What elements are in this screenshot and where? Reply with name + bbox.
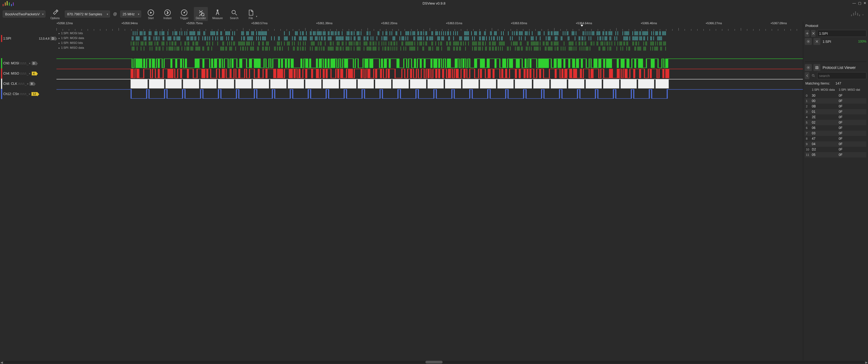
scroll-right-icon[interactable]: ▶ bbox=[865, 361, 867, 364]
svg-point-3 bbox=[184, 12, 184, 13]
remove-decoder-button[interactable] bbox=[811, 30, 815, 37]
list-row[interactable]: 7030F bbox=[805, 131, 866, 136]
channel-waveform[interactable] bbox=[57, 79, 803, 89]
trigger-label: Trigger bbox=[180, 17, 188, 20]
matching-items-count: 147 bbox=[835, 81, 841, 85]
save-list-button[interactable] bbox=[813, 64, 820, 71]
chevron-down-icon: ▾ bbox=[862, 13, 864, 16]
matching-items-label: Matching Items: bbox=[805, 81, 830, 85]
list-row[interactable]: 11050F bbox=[805, 152, 866, 158]
list-row[interactable]: 10D20F bbox=[805, 147, 866, 152]
list-row[interactable]: 20B0F bbox=[805, 104, 866, 109]
time-tick: +5363.83ms bbox=[511, 22, 527, 25]
gauge-icon bbox=[181, 9, 188, 17]
back-button[interactable] bbox=[805, 72, 809, 79]
time-tick: +5359.75ms bbox=[186, 22, 203, 25]
dna-icon bbox=[197, 9, 204, 17]
samplerate-dropdown[interactable]: 25 MHz bbox=[120, 10, 141, 18]
cursor-marker[interactable] bbox=[581, 25, 583, 27]
time-tick: +5363.01ms bbox=[446, 22, 462, 25]
decoder-channels: 12,0,4,8 bbox=[39, 37, 50, 40]
decoder-tag: D bbox=[51, 37, 55, 40]
channel-label[interactable]: Ch0: MOSI bbox=[3, 61, 19, 65]
options-button[interactable]: Options bbox=[48, 7, 62, 21]
scroll-left-icon[interactable]: ◀ bbox=[1, 361, 3, 364]
svg-point-10 bbox=[812, 74, 814, 76]
titlebar: DSView v0.9.8 — ▢ ✕ bbox=[0, 0, 868, 6]
list-row[interactable]: 3010F bbox=[805, 109, 866, 114]
trigger-edge-icons[interactable]: ⎍⎍⎍_⨯ bbox=[18, 82, 29, 86]
time-tick: +5358.94ms bbox=[121, 22, 138, 25]
channel-number: 8 bbox=[30, 82, 34, 86]
minimize-button[interactable]: — bbox=[852, 1, 856, 5]
time-ruler[interactable]: +5358.12ms+5358.94ms+5359.75ms+5360.57ms… bbox=[0, 22, 803, 31]
samplerate-label: 25 MHz bbox=[123, 12, 135, 16]
channel-number: 12 bbox=[31, 92, 37, 96]
decoder-settings-button[interactable] bbox=[805, 38, 812, 45]
start-button[interactable]: Start bbox=[144, 7, 158, 21]
channel-waveform[interactable] bbox=[57, 89, 803, 99]
list-row[interactable]: 6060F bbox=[805, 125, 866, 131]
add-decoder-button[interactable] bbox=[805, 30, 809, 37]
channel-waveform[interactable] bbox=[57, 68, 803, 79]
search-icon bbox=[231, 9, 238, 17]
session-file-label: BootAndTwoPacketsV bbox=[5, 12, 40, 16]
play-circle-icon bbox=[147, 9, 154, 17]
horizontal-scrollbar[interactable]: ◀ ▶ bbox=[0, 360, 868, 364]
channel-waveform[interactable] bbox=[57, 58, 803, 68]
decoder-select-input[interactable] bbox=[817, 30, 866, 37]
time-tick: +5364.64ms bbox=[576, 22, 592, 25]
list-settings-button[interactable] bbox=[805, 64, 812, 71]
channel-label[interactable]: Ch12: CSn bbox=[3, 92, 19, 96]
toolbar: BootAndTwoPacketsV Options 870.79872 M S… bbox=[0, 6, 868, 22]
samples-dropdown[interactable]: 870.79872 M Samples bbox=[65, 10, 110, 18]
channel-label[interactable]: Ch4: MISO bbox=[3, 72, 19, 75]
list-row[interactable]: 0300F bbox=[805, 93, 866, 98]
channel-label[interactable]: Ch8: CLK bbox=[3, 82, 17, 86]
list-viewer-title: Protocol List Viewer bbox=[822, 64, 856, 71]
decoder-delete-button[interactable] bbox=[813, 38, 820, 45]
list-row[interactable]: 42E0F bbox=[805, 114, 866, 120]
waveform-area[interactable]: +5358.12ms+5358.94ms+5359.75ms+5360.57ms… bbox=[0, 22, 803, 360]
svg-point-6 bbox=[232, 10, 235, 14]
list-row[interactable]: 5020F bbox=[805, 120, 866, 125]
time-tick: +5361.38ms bbox=[316, 22, 333, 25]
decoder-label: Decoder bbox=[196, 17, 206, 20]
list-row[interactable]: 1000F bbox=[805, 98, 866, 104]
decoder-progress: 100% bbox=[858, 39, 866, 43]
close-button[interactable]: ✕ bbox=[863, 1, 866, 5]
channel-row: Ch12: CSn ⎍⎍⎍_⨯ 12 bbox=[0, 89, 803, 99]
measure-button[interactable]: Measure bbox=[211, 7, 224, 21]
search-icon bbox=[811, 72, 815, 79]
instant-button[interactable]: Instant bbox=[160, 7, 175, 21]
time-tick: +5367.09ms bbox=[770, 22, 787, 25]
trigger-edge-icons[interactable]: ⎍⎍⎍_⨯ bbox=[20, 92, 30, 96]
search-button[interactable]: Search bbox=[227, 7, 241, 21]
session-file-dropdown[interactable]: BootAndTwoPacketsV bbox=[3, 10, 45, 18]
instant-circle-icon bbox=[164, 9, 171, 17]
list-col-miso: 1:SPI: MISO dat bbox=[839, 88, 866, 91]
instant-label: Instant bbox=[163, 17, 172, 20]
time-tick: +5358.12ms bbox=[57, 22, 73, 25]
maximize-button[interactable]: ▢ bbox=[858, 1, 861, 5]
decoder-button[interactable]: Decoder bbox=[194, 7, 208, 21]
compass-icon bbox=[214, 9, 221, 17]
decoder-name[interactable]: 1:SPI bbox=[3, 37, 11, 40]
list-row[interactable]: 8470F bbox=[805, 136, 866, 141]
time-tick: +5365.46ms bbox=[641, 22, 657, 25]
channel-row: Ch8: CLK ⎍⎍⎍_⨯ 8 bbox=[0, 79, 803, 89]
file-icon bbox=[247, 9, 254, 17]
trigger-edge-icons[interactable]: ⎍⎍⎍_⨯ bbox=[20, 62, 30, 65]
time-tick: +5360.57ms bbox=[251, 22, 268, 25]
channel-row: Ch4: MISO ⎍⎍⎍_⨯ 4 bbox=[0, 68, 803, 79]
svg-point-7 bbox=[808, 41, 809, 42]
file-label: File bbox=[249, 17, 253, 20]
trigger-button[interactable]: Trigger bbox=[177, 7, 191, 21]
list-row[interactable]: 9040F bbox=[805, 141, 866, 147]
channel-row: Ch0: MOSI ⎍⎍⎍_⨯ 0 bbox=[0, 58, 803, 68]
file-button[interactable]: File ▾ bbox=[244, 7, 258, 21]
list-header: 1:SPI: MOSI data 1:SPI: MISO dat bbox=[805, 87, 866, 92]
list-search-input[interactable] bbox=[817, 72, 866, 79]
loaded-decoder-name: 1:SPI bbox=[822, 39, 857, 44]
trigger-edge-icons[interactable]: ⎍⎍⎍_⨯ bbox=[20, 72, 30, 75]
